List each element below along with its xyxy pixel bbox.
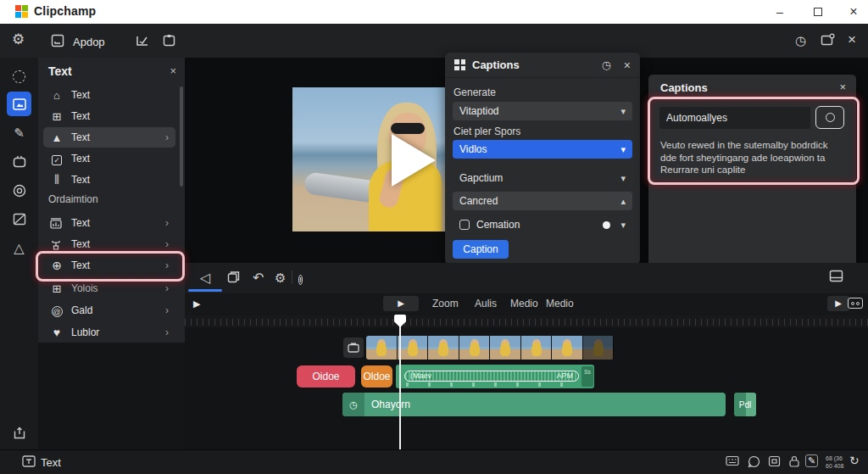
chevron-right-icon: ›: [165, 304, 169, 316]
text-section-item[interactable]: Text ›: [43, 234, 175, 254]
audio-clip-selection[interactable]: (Maev APM: [404, 371, 579, 382]
toolbar-close-icon[interactable]: ×: [848, 31, 856, 48]
captions-search-input[interactable]: [659, 107, 810, 129]
text-panel-close-icon[interactable]: ×: [170, 64, 176, 77]
captions-cc-icon[interactable]: [848, 298, 863, 309]
draw-pencil-icon[interactable]: ✎: [805, 454, 818, 467]
orange-clip[interactable]: Oldoe: [361, 365, 392, 388]
cancel-row[interactable]: Cancred ▴: [453, 192, 632, 210]
picture-in-picture-icon[interactable]: [768, 455, 781, 467]
undo-icon[interactable]: ↶: [253, 270, 264, 286]
timeline-play-right-button[interactable]: ▶: [827, 296, 849, 311]
media-label-1[interactable]: Medio: [510, 298, 538, 309]
profanity-checkbox-row[interactable]: Cemation ▾: [453, 215, 632, 234]
audio-label[interactable]: Aulis: [475, 298, 497, 309]
window-close-button[interactable]: ×: [841, 3, 866, 20]
info-icon[interactable]: !: [298, 270, 303, 286]
export-window-icon[interactable]: [821, 33, 835, 47]
text-section-item[interactable]: @ Gald ›: [43, 300, 175, 321]
speaker-label: Ciet pler Spors: [453, 125, 520, 137]
language-dropdown[interactable]: Vitaptiod ▾: [453, 102, 632, 120]
settings-gear-icon[interactable]: ⚙: [12, 31, 25, 48]
chevron-right-icon: ›: [165, 217, 169, 229]
chevron-down-icon: ▾: [620, 215, 626, 234]
transitions-icon[interactable]: [7, 207, 31, 231]
playhead-play-button[interactable]: ▶: [383, 296, 419, 311]
layout-panel-icon[interactable]: [829, 270, 843, 282]
media-library-icon[interactable]: [7, 92, 31, 116]
shapes-triangle-icon[interactable]: △: [7, 236, 31, 260]
zoom-label[interactable]: Zoom: [432, 298, 459, 309]
caption-style-row[interactable]: Gapctium ▾: [453, 169, 632, 187]
lock-icon[interactable]: [788, 455, 800, 467]
video-track-icon[interactable]: [343, 337, 364, 358]
audio-clip-handle[interactable]: Ss: [581, 366, 593, 387]
active-tab-indicator: [188, 289, 222, 292]
history-clock-icon[interactable]: ◷: [795, 32, 806, 49]
keyboard-icon[interactable]: [726, 455, 739, 466]
arrow-up-icon: ▲: [50, 131, 64, 144]
chevron-down-icon: ▾: [620, 169, 626, 187]
audio-clip[interactable]: (Maev APM Ss: [396, 365, 594, 388]
copyright-circle-icon[interactable]: [7, 178, 31, 203]
timeline-toolbar: ▶ ▶ Zoom Aulis Medio Medio ▶: [185, 293, 868, 315]
filter-dropdown[interactable]: Vidlos ▾: [453, 140, 632, 159]
chevron-down-icon: ▾: [620, 102, 626, 120]
minimize-button[interactable]: –: [767, 3, 793, 20]
small-green-clip[interactable]: Pdl: [734, 393, 756, 416]
bars-icon: ⫼: [50, 173, 64, 187]
text-section-item-highlighted[interactable]: ⊕ Text ›: [43, 255, 175, 276]
text-item[interactable]: ⌂ Text: [43, 85, 175, 105]
plus-box-icon: ⊞: [50, 110, 64, 123]
resize-icon[interactable]: [136, 34, 150, 47]
text-item[interactable]: ⫼ Text: [43, 170, 175, 190]
comment-bubble-icon[interactable]: [748, 455, 760, 468]
import-export-icon[interactable]: [7, 421, 31, 445]
autocompose-icon[interactable]: [7, 64, 31, 89]
sunglasses: [391, 123, 425, 134]
text-item-active[interactable]: ▲ Text ›: [43, 127, 175, 148]
video-clip-filmstrip[interactable]: [366, 336, 614, 360]
play-button[interactable]: [392, 134, 436, 187]
timeline-ruler[interactable]: [185, 315, 868, 327]
captions-popup: Captions ◷ × Generate Vitaptiod ▾ Ciet p…: [445, 53, 640, 265]
project-name[interactable]: Apdop: [73, 36, 105, 48]
clipboard-icon[interactable]: [163, 34, 175, 47]
preview-toolbar: ◁ ↶ ⚙ !: [185, 263, 868, 293]
media-label-2[interactable]: Medio: [546, 298, 574, 309]
text-section-item[interactable]: ⊞ Yolois ›: [43, 278, 175, 298]
text-item[interactable]: ✓ Text: [43, 148, 175, 169]
generate-label: Generate: [453, 86, 496, 98]
camera-capture-button[interactable]: [815, 106, 844, 129]
film-frame: [583, 336, 615, 360]
record-icon[interactable]: [7, 149, 31, 174]
maximize-button[interactable]: [814, 8, 822, 16]
chevron-up-icon: ▴: [620, 192, 626, 210]
captions-side-panel: Captions × Veuto rewed in the sutemalby …: [648, 75, 856, 268]
text-section-item[interactable]: Text ›: [43, 213, 175, 233]
title-home-icon: ⌂: [50, 89, 64, 102]
caption-submit-button[interactable]: Caption: [453, 240, 509, 259]
red-clip[interactable]: Oidoe: [297, 365, 355, 388]
timeline-play-icon[interactable]: ▶: [193, 296, 200, 311]
text-section-label: Ordaimtion: [48, 193, 98, 205]
edit-pencil-icon[interactable]: ✎: [7, 120, 31, 145]
preview-gear-icon[interactable]: ⚙: [275, 270, 286, 286]
heart-icon: ♥: [50, 326, 64, 339]
chevron-right-icon: ›: [165, 326, 169, 338]
playhead-line[interactable]: [399, 315, 401, 449]
text-section-item[interactable]: ♥ Lublor ›: [43, 322, 175, 343]
timer-icon[interactable]: ◷: [602, 59, 611, 71]
chevron-right-icon: ›: [165, 131, 169, 143]
checkbox[interactable]: [459, 220, 470, 230]
loop-sync-icon[interactable]: ↻: [849, 454, 860, 467]
divider: [292, 270, 292, 284]
back-triangle-icon[interactable]: ◁: [200, 270, 210, 286]
captions-popup-close-icon[interactable]: ×: [624, 59, 631, 72]
captions-panel-close-icon[interactable]: ×: [839, 81, 846, 93]
duplicate-icon[interactable]: [227, 270, 240, 283]
text-panel-scrollbar[interactable]: [180, 86, 183, 187]
text-tool-icon: [22, 455, 36, 467]
chevron-right-icon: ›: [165, 238, 169, 250]
text-item[interactable]: ⊞ Text: [43, 106, 175, 126]
